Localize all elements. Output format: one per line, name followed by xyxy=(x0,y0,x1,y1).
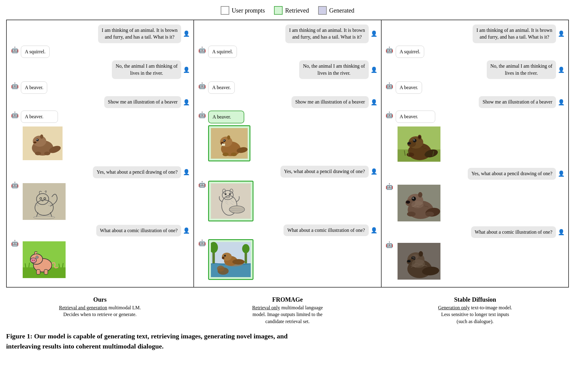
msg-row: 🤖 A beaver. xyxy=(10,111,190,164)
col-title-ours: Ours xyxy=(10,296,190,303)
user-bubble: What about a comic illustration of one? xyxy=(471,226,556,238)
bot-image-container: A beaver. xyxy=(396,111,442,165)
msg-row: What about a comic illustration of one? … xyxy=(10,225,190,236)
legend-item-user: User prompts xyxy=(221,6,265,15)
user-icon: 👤 xyxy=(558,30,565,37)
svg-point-103 xyxy=(411,201,424,208)
bot-icon: 🤖 xyxy=(385,240,394,249)
column-labels: Ours Retrieval and generation multimodal… xyxy=(6,294,569,327)
legend-label-generated: Generated xyxy=(329,7,354,14)
svg-point-86 xyxy=(407,153,414,157)
svg-point-82 xyxy=(413,139,417,142)
svg-point-30 xyxy=(34,259,35,261)
svg-point-113 xyxy=(412,259,425,268)
user-icon: 👤 xyxy=(371,66,377,73)
legend-box-user xyxy=(221,6,229,15)
user-icon: 👤 xyxy=(183,66,190,73)
svg-point-28 xyxy=(30,258,36,263)
svg-point-96 xyxy=(406,201,410,204)
bot-bubble: A beaver. xyxy=(396,81,422,94)
svg-point-85 xyxy=(418,136,421,139)
col-title-sd: Stable Diffusion xyxy=(385,296,565,303)
col-desc-ours: Retrieval and generation multimodal LM.D… xyxy=(10,304,190,318)
column-fromage: I am thinking of an animal. It is browna… xyxy=(194,20,381,287)
user-icon: 👤 xyxy=(558,66,565,73)
svg-point-7 xyxy=(33,141,36,143)
user-icon: 👤 xyxy=(183,169,190,175)
svg-point-110 xyxy=(407,260,411,262)
col-desc-sd: Generation only text-to-image model.Less… xyxy=(385,304,565,325)
msg-row: 🤖 xyxy=(385,182,565,224)
legend-box-retrieved xyxy=(274,6,283,15)
svg-point-53 xyxy=(225,193,227,195)
bot-icon: 🤖 xyxy=(198,239,206,247)
bot-image-container: A beaver. xyxy=(21,111,64,164)
col-desc-ours-underline: Retrieval and generation xyxy=(59,305,107,310)
bot-bubble: A squirrel. xyxy=(208,46,237,58)
msg-row: Show me an illustration of a beaver 👤 xyxy=(198,96,377,108)
msg-row: What about a comic illustration of one? … xyxy=(198,224,377,236)
user-icon: 👤 xyxy=(183,99,190,106)
bot-icon: 🤖 xyxy=(10,181,19,189)
image-container xyxy=(396,183,442,223)
col-desc-sd-underline: Generation only xyxy=(438,305,470,310)
image-container-retrieved xyxy=(208,181,253,221)
user-icon: 👤 xyxy=(183,227,190,234)
svg-point-5 xyxy=(37,139,38,140)
bot-bubble: A beaver. xyxy=(208,111,244,123)
column-stable-diffusion: I am thinking of an animal. It is browna… xyxy=(382,20,568,287)
legend-label-retrieved: Retrieved xyxy=(285,7,309,14)
comic-image-ours xyxy=(23,241,66,278)
legend-box-generated xyxy=(318,6,327,15)
legend-label-user: User prompts xyxy=(232,7,265,14)
image-container-retrieved xyxy=(208,125,250,161)
svg-point-6 xyxy=(40,134,43,139)
msg-row: 🤖 A squirrel. xyxy=(385,46,565,58)
svg-point-32 xyxy=(36,257,38,258)
svg-point-29 xyxy=(32,259,33,261)
col-label-ours: Ours Retrieval and generation multimodal… xyxy=(6,294,194,327)
col-label-sd: Stable Diffusion Generation only text-to… xyxy=(381,294,569,327)
bot-icon: 🤖 xyxy=(198,81,206,90)
image-container xyxy=(21,239,67,280)
svg-point-101 xyxy=(407,212,416,217)
svg-point-50 xyxy=(229,206,245,213)
svg-point-54 xyxy=(229,193,231,195)
svg-point-97 xyxy=(412,197,416,201)
bot-icon: 🤖 xyxy=(198,46,206,54)
msg-row: 🤖 xyxy=(198,239,377,281)
user-icon: 👤 xyxy=(371,99,377,106)
svg-point-2 xyxy=(33,136,46,147)
bot-bubble: A squirrel. xyxy=(396,46,425,58)
msg-row: 🤖 A squirrel. xyxy=(10,46,190,58)
user-icon: 👤 xyxy=(371,227,377,234)
msg-row: Show me an illustration of a beaver 👤 xyxy=(385,96,565,108)
image-container xyxy=(396,125,442,164)
msg-row: Yes, what about a pencil drawing of one?… xyxy=(198,166,377,177)
beaver-image-sd xyxy=(398,126,440,162)
msg-row: 🤖 A squirrel. xyxy=(198,46,377,58)
bot-icon: 🤖 xyxy=(10,46,19,54)
user-bubble: Yes, what about a pencil drawing of one? xyxy=(468,168,556,179)
svg-rect-44 xyxy=(223,144,225,146)
pencil-image-ours xyxy=(23,183,66,220)
svg-point-67 xyxy=(232,259,245,265)
bot-icon: 🤖 xyxy=(385,81,394,90)
msg-row: No, the animal I am thinking oflives in … xyxy=(198,60,377,79)
svg-point-114 xyxy=(412,254,418,259)
msg-row: I am thinking of an animal. It is browna… xyxy=(385,24,565,43)
user-icon: 👤 xyxy=(371,30,377,37)
beaver-image-ours xyxy=(23,126,63,160)
msg-row: 🤖 xyxy=(10,181,190,222)
image-container xyxy=(21,125,64,162)
user-bubble: Show me an illustration of a beaver xyxy=(479,96,556,108)
svg-point-69 xyxy=(222,257,224,259)
bot-bubble: A squirrel. xyxy=(21,46,50,58)
col-desc-fromage: Retrieval only multimodal languagemodel.… xyxy=(197,304,378,325)
figure-caption-text: Figure 1: Our model is capable of genera… xyxy=(6,332,288,350)
user-bubble: Show me an illustration of a beaver xyxy=(291,96,369,108)
msg-row: No, the animal I am thinking oflives in … xyxy=(10,60,190,79)
msg-row: 🤖 xyxy=(198,180,377,222)
svg-point-68 xyxy=(224,255,226,257)
user-bubble: What about a comic illustration of one? xyxy=(96,225,181,236)
